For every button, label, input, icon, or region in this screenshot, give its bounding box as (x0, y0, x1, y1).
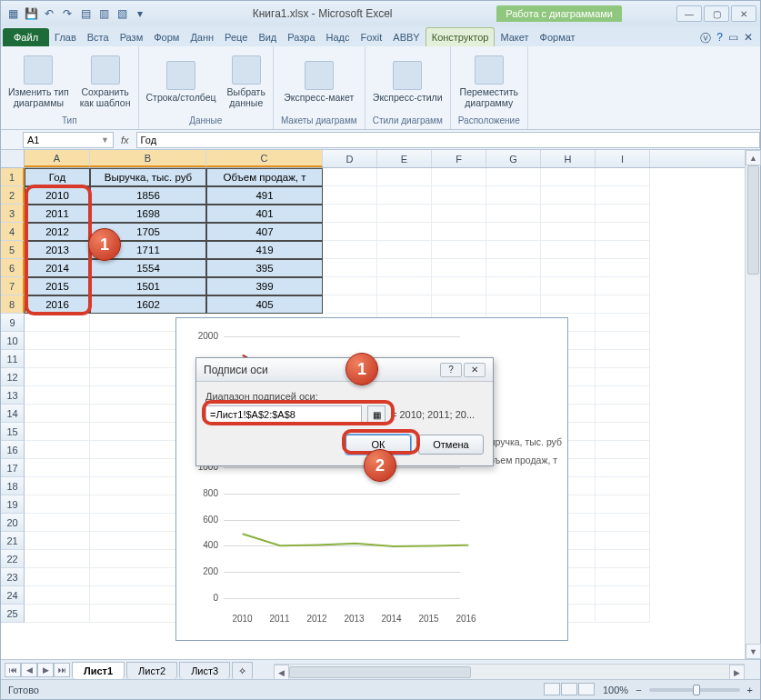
cell[interactable] (377, 186, 432, 205)
cell[interactable] (432, 223, 486, 241)
undo-icon[interactable]: ↶ (41, 5, 57, 22)
cell[interactable]: Выручка, тыс. руб (90, 168, 206, 186)
redo-icon[interactable]: ↷ (59, 5, 75, 22)
cell[interactable] (25, 532, 90, 550)
minimize-ribbon-icon[interactable]: ⓥ (700, 31, 711, 46)
row-header[interactable]: 19 (1, 495, 25, 514)
cell[interactable]: 405 (206, 295, 323, 314)
cell[interactable] (486, 205, 541, 223)
cell[interactable] (541, 277, 596, 295)
ribbon-tab[interactable]: ABBY (387, 28, 425, 46)
cell[interactable] (432, 295, 486, 314)
cell[interactable] (596, 223, 650, 241)
cell[interactable]: 1602 (90, 295, 206, 314)
vertical-scrollbar[interactable]: ▲ ▼ (745, 150, 760, 659)
cell[interactable]: 407 (206, 223, 323, 241)
switch-row-col-button[interactable]: Строка/столбец (146, 61, 216, 103)
col-header[interactable]: A (25, 150, 90, 167)
horizontal-scrollbar[interactable]: ◀ ▶ (274, 664, 745, 679)
cell[interactable] (323, 277, 377, 295)
row-header[interactable]: 9 (1, 314, 25, 332)
scroll-thumb[interactable] (747, 165, 759, 275)
cell[interactable]: 2016 (25, 295, 90, 314)
cell[interactable] (377, 168, 432, 186)
cell[interactable] (596, 405, 650, 423)
col-header[interactable]: B (90, 150, 206, 167)
cell[interactable] (596, 259, 650, 277)
scroll-down-icon[interactable]: ▼ (746, 644, 761, 659)
sheet-nav-next-icon[interactable]: ▶ (37, 663, 54, 677)
select-data-button[interactable]: Выбрать данные (227, 55, 265, 108)
cell[interactable] (25, 495, 90, 514)
cell[interactable] (377, 277, 432, 295)
cell[interactable] (323, 295, 377, 314)
cell[interactable] (596, 586, 650, 605)
change-chart-type-button[interactable]: Изменить тип диаграммы (8, 55, 69, 108)
row-header[interactable]: 5 (1, 241, 25, 259)
cell[interactable] (25, 314, 90, 332)
cell[interactable] (596, 495, 650, 514)
sheet-tab[interactable]: Лист3 (179, 662, 230, 679)
select-all-corner[interactable] (1, 150, 25, 167)
ribbon-tab-constructor[interactable]: Конструктор (426, 27, 496, 46)
cell[interactable] (377, 223, 432, 241)
ribbon-tab[interactable]: Реце (219, 28, 253, 46)
qat-icon[interactable]: ▥ (95, 5, 112, 22)
sheet-tab[interactable]: Лист2 (126, 662, 177, 679)
cell[interactable]: Год (25, 168, 90, 186)
view-buttons[interactable] (544, 683, 596, 697)
cell[interactable] (596, 314, 650, 332)
scroll-thumb[interactable] (289, 666, 471, 678)
cell[interactable] (541, 241, 596, 259)
zoom-out-button[interactable]: − (636, 685, 641, 695)
cell[interactable]: 491 (206, 186, 323, 205)
qat-icon[interactable]: ▤ (77, 5, 94, 22)
row-header[interactable]: 7 (1, 277, 25, 295)
cell[interactable] (432, 241, 486, 259)
row-header[interactable]: 23 (1, 568, 25, 586)
sheet-tab[interactable]: Лист1 (72, 662, 125, 679)
row-header[interactable]: 13 (1, 386, 25, 405)
zoom-level[interactable]: 100% (603, 685, 628, 695)
cell[interactable] (432, 168, 486, 186)
cell[interactable] (596, 350, 650, 368)
cell[interactable] (323, 223, 377, 241)
cell[interactable] (596, 368, 650, 386)
row-header[interactable]: 1 (1, 168, 25, 186)
cell[interactable] (377, 259, 432, 277)
maximize-button[interactable]: ▢ (704, 5, 729, 22)
ribbon-tab[interactable]: Разра (282, 28, 320, 46)
cell[interactable] (25, 332, 90, 350)
save-icon[interactable]: 💾 (23, 5, 39, 22)
sheet-nav-prev-icon[interactable]: ◀ (21, 663, 37, 677)
cell[interactable] (596, 514, 650, 532)
qat-dropdown-icon[interactable]: ▾ (132, 5, 148, 22)
ribbon-tab[interactable]: Форм (148, 28, 185, 46)
cell[interactable] (432, 259, 486, 277)
cell[interactable]: Объем продаж, т (206, 168, 323, 186)
cell[interactable]: 2012 (25, 223, 90, 241)
ribbon-tab[interactable]: Foxit (355, 28, 388, 46)
ribbon-tab[interactable]: Надс (321, 28, 355, 46)
cell[interactable]: 395 (206, 259, 323, 277)
sheet-nav-last-icon[interactable]: ⏭ (54, 663, 70, 677)
col-header[interactable]: E (377, 150, 432, 167)
cell[interactable]: 2011 (25, 205, 90, 223)
dialog-close-button[interactable]: ✕ (464, 363, 486, 377)
row-header[interactable]: 15 (1, 423, 25, 441)
name-box[interactable]: A1▼ (23, 132, 114, 148)
row-header[interactable]: 3 (1, 205, 25, 223)
cell[interactable] (596, 550, 650, 568)
window-restore-icon[interactable]: ▭ (728, 31, 738, 46)
cell[interactable] (486, 223, 541, 241)
row-header[interactable]: 8 (1, 295, 25, 314)
cell[interactable]: 2010 (25, 186, 90, 205)
cell[interactable] (25, 441, 90, 459)
cell[interactable] (25, 477, 90, 495)
cell[interactable] (486, 186, 541, 205)
row-header[interactable]: 17 (1, 459, 25, 477)
cancel-button[interactable]: Отмена (418, 435, 484, 455)
cell[interactable] (541, 223, 596, 241)
row-header[interactable]: 25 (1, 605, 25, 623)
cell[interactable] (596, 386, 650, 405)
